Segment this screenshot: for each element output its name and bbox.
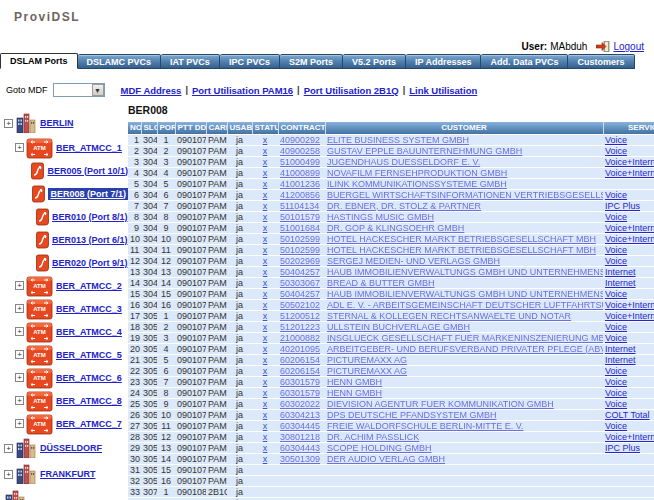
cell-service-link[interactable]: Voice [605,146,627,156]
cell-service-link[interactable]: Voice+Internet [605,300,654,310]
tree-node-label[interactable]: BER008 (Port 7/1) [48,188,128,200]
cell-status-link[interactable]: x [263,157,268,167]
tab-dslamc-pvcs[interactable]: DSLAMC PVCs [78,54,162,69]
expand-plus-icon[interactable]: + [4,470,13,479]
cell-customer-link[interactable]: HASTINGS MUSIC GMBH [327,212,434,222]
tree-node-ber-atmcc-4[interactable]: +ATMBER_ATMCC_4 [0,320,128,343]
logout-icon[interactable] [596,41,610,52]
expand-plus-icon[interactable]: + [4,119,13,128]
cell-customer-link[interactable]: ADL E. V. - ARBEITSGEMEINSCHAFT DEUTSCHE… [327,300,603,310]
cell-status-link[interactable]: x [263,245,268,255]
cell-customer-link[interactable]: SERGEJ MEDIEN- UND VERLAGS GMBH [327,256,500,266]
cell-status-link[interactable]: x [263,410,268,420]
cell-customer-link[interactable]: GUSTAV EPPLE BAUUNTERNEHMUNG GMBH [327,146,522,156]
expand-plus-icon[interactable]: + [4,444,13,453]
expand-plus-icon[interactable]: + [15,350,24,359]
cell-service-link[interactable]: Voice [605,388,627,398]
cell-customer-link[interactable]: ARBEITGEBER- UND BERUFSVERBAND PRIVATER … [327,344,603,354]
cell-service-link[interactable]: Internet [605,355,636,365]
tree-node-ber-atmcc-2[interactable]: +ATMBER_ATMCC_2 [0,274,128,297]
tab-ip-addresses[interactable]: IP Addresses [406,54,482,69]
tree-node-label[interactable]: FRANKFURT [40,469,96,479]
cell-status-link[interactable]: x [263,421,268,431]
cell-customer-link[interactable]: ULLSTEIN BUCHVERLAGE GMBH [327,322,470,332]
tab-iat-pvcs[interactable]: IAT PVCs [161,54,220,69]
cell-service-link[interactable]: Voice [605,399,627,409]
cell-service-link[interactable]: Voice [605,190,627,200]
cell-status-link[interactable]: x [263,201,268,211]
tab-customers[interactable]: Customers [568,54,634,69]
cell-customer-link[interactable]: HOTEL HACKESCHER MARKT BETRIEBSGESELLSCH… [327,245,596,255]
expand-plus-icon[interactable]: + [15,373,24,382]
tree-node-label[interactable]: BERLIN [40,118,74,128]
cell-customer-link[interactable]: DIEVISION AGENTUR FUER KOMMUNIKATION GMB… [327,399,554,409]
cell-service-link[interactable]: Voice+Internet [605,234,654,244]
dropdown-arrow-icon[interactable]: ▼ [92,84,104,96]
tree-node-label[interactable]: BER_ATMCC_4 [56,327,122,337]
cell-contract-no-link[interactable]: 51001684 [280,223,320,233]
tree-node-label[interactable]: DÜSSELDORF [40,443,102,453]
cell-customer-link[interactable]: HAUB IMMOBILIENVERWALTUNGS GMBH UND UNTE… [327,289,603,299]
cell-status-link[interactable]: x [263,179,268,189]
cell-contract-no-link[interactable]: 60304213 [280,410,320,420]
cell-contract-no-link[interactable]: 60304443 [280,443,320,453]
cell-contract-no-link[interactable]: 40900292 [280,135,320,145]
cell-service-link[interactable]: Voice [605,333,627,343]
cell-status-link[interactable]: x [263,333,268,343]
cell-service-link[interactable]: Voice+Internet [605,432,654,442]
cell-service-link[interactable]: Voice [605,289,627,299]
cell-contract-no-link[interactable]: 50502102 [280,300,320,310]
expand-plus-icon[interactable]: + [15,143,24,152]
cell-status-link[interactable]: x [263,289,268,299]
cell-contract-no-link[interactable]: 51201223 [280,322,320,332]
cell-status-link[interactable]: x [263,322,268,332]
expand-plus-icon[interactable]: + [15,327,24,336]
cell-contract-no-link[interactable]: 60301579 [280,388,320,398]
tab-s2m-ports[interactable]: S2M Ports [280,54,343,69]
tree-node-ber-atmcc-6[interactable]: +ATMBER_ATMCC_6 [0,366,128,389]
cell-status-link[interactable]: x [263,443,268,453]
cell-status-link[interactable]: x [263,300,268,310]
tree-node-ber010-port-8-1[interactable]: BER010 (Port 8/1) [0,205,128,228]
tree-node-berlin[interactable]: +BERLIN [0,110,128,136]
expand-plus-icon[interactable]: + [15,396,24,405]
tree-node-label[interactable]: BER_ATMCC_8 [56,396,122,406]
cell-contract-no-link[interactable]: 40900258 [280,146,320,156]
toolbar-link-mdf-address[interactable]: MDF Address [121,85,182,96]
cell-status-link[interactable]: x [263,355,268,365]
tree-node-label[interactable]: BER010 (Port 8/1) [52,212,128,222]
cell-customer-link[interactable]: DPS DEUTSCHE PFANDSYSTEM GMBH [327,410,497,420]
cell-contract-no-link[interactable]: 40201095 [280,344,320,354]
tab-add-data-pvcs[interactable]: Add. Data PVCs [481,54,568,69]
cell-status-link[interactable]: x [263,311,268,321]
cell-contract-no-link[interactable]: 21000882 [280,333,320,343]
cell-customer-link[interactable]: BREAD & BUTTER GMBH [327,278,435,288]
cell-contract-no-link[interactable]: 50102599 [280,234,320,244]
cell-customer-link[interactable]: JUGENDHAUS DUESSELDORF E. V. [327,157,480,167]
cell-contract-no-link[interactable]: 60301579 [280,377,320,387]
cell-status-link[interactable]: x [263,267,268,277]
tab-dslam-ports[interactable]: DSLAM Ports [0,53,78,69]
cell-service-link[interactable]: IPC Plus [605,443,640,453]
cell-status-link[interactable]: x [263,234,268,244]
tree-node-label[interactable]: BER020 (Port 9/1) [52,258,128,268]
tree-node-label[interactable]: BER013 (Port 6/1) [52,235,128,245]
cell-service-link[interactable]: Voice [605,256,627,266]
cell-contract-no-link[interactable]: 51104134 [280,201,319,211]
tree-node-ber020-port-9-1[interactable]: BER020 (Port 9/1) [0,251,128,274]
cell-customer-link[interactable]: PICTUREMAXX AG [327,355,407,365]
cell-status-link[interactable]: x [263,278,268,288]
goto-mdf-select[interactable]: ▼ [53,83,105,97]
tree-node-d-sseldorf[interactable]: +DÜSSELDORF [0,435,128,461]
tree-node-label[interactable]: BER005 (Port 10/1) [47,166,128,176]
cell-status-link[interactable]: x [263,399,268,409]
cell-contract-no-link[interactable]: 41200856 [280,190,320,200]
cell-customer-link[interactable]: DR. EBNER, DR. STOLZ & PARTNER [327,201,481,211]
cell-service-link[interactable]: Voice [605,366,627,376]
cell-contract-no-link[interactable]: 30501309 [280,454,320,464]
cell-contract-no-link[interactable]: 50101579 [280,212,320,222]
cell-contract-no-link[interactable]: 50404257 [280,289,320,299]
cell-contract-no-link[interactable]: 50202969 [280,256,320,266]
cell-contract-no-link[interactable]: 60206154 [280,366,320,376]
cell-customer-link[interactable]: HAUB IMMOBILIENVERWALTUNGS GMBH UND UNTE… [327,267,603,277]
